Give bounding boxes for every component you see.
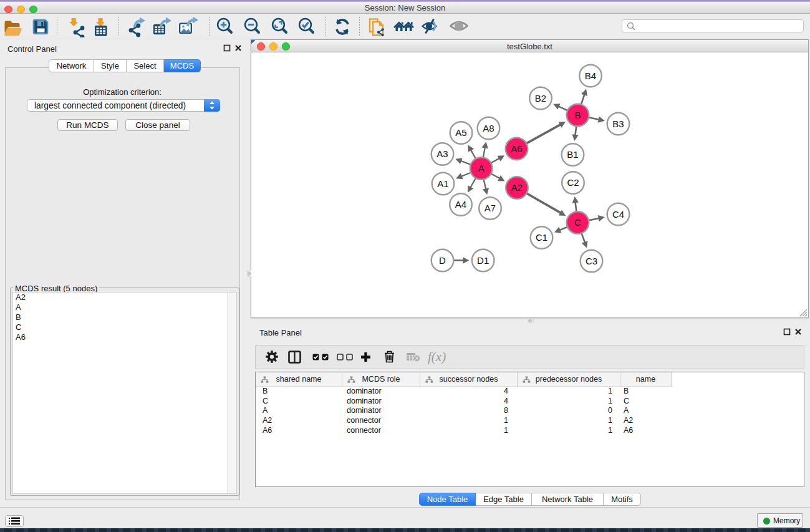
- svg-text:B2: B2: [535, 93, 546, 104]
- svg-text:A8: A8: [483, 123, 494, 133]
- svg-text:B1: B1: [567, 149, 578, 160]
- svg-text:A2: A2: [511, 182, 523, 193]
- svg-text:C: C: [574, 217, 581, 228]
- svg-text:A1: A1: [437, 178, 448, 189]
- svg-text:A4: A4: [455, 199, 466, 210]
- svg-text:C2: C2: [567, 177, 579, 188]
- svg-text:C1: C1: [536, 232, 547, 243]
- svg-text:A3: A3: [436, 148, 448, 159]
- svg-text:B: B: [574, 110, 581, 120]
- svg-text:C4: C4: [612, 209, 624, 220]
- svg-text:B4: B4: [585, 70, 596, 81]
- svg-text:A: A: [478, 163, 485, 173]
- svg-text:C3: C3: [586, 256, 597, 266]
- svg-text:A7: A7: [485, 203, 496, 213]
- svg-text:A5: A5: [455, 127, 466, 138]
- svg-text:B3: B3: [612, 118, 624, 129]
- svg-text:D1: D1: [477, 255, 489, 266]
- svg-text:A6: A6: [511, 143, 522, 154]
- svg-text:D: D: [439, 255, 446, 266]
